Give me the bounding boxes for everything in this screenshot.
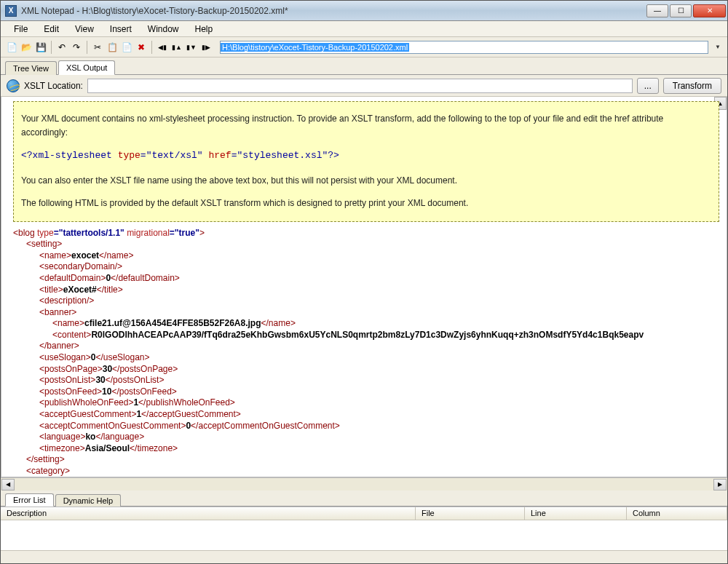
- close-button[interactable]: ✕: [693, 4, 726, 17]
- transform-button[interactable]: Transform: [663, 78, 721, 94]
- cut-icon[interactable]: ✂: [91, 41, 104, 54]
- open-file-icon[interactable]: 📂: [20, 41, 33, 54]
- bottom-tabs: Error List Dynamic Help: [1, 490, 727, 507]
- menubar: File Edit View Insert Window Help: [1, 21, 727, 37]
- menu-file[interactable]: File: [7, 23, 35, 36]
- tab-tree-view[interactable]: Tree View: [5, 61, 57, 75]
- col-file[interactable]: File: [416, 507, 525, 520]
- menu-insert[interactable]: Insert: [103, 23, 139, 36]
- xslt-location-input[interactable]: [87, 79, 633, 93]
- delete-icon[interactable]: ✖: [135, 41, 148, 54]
- tab-error-list[interactable]: Error List: [5, 493, 54, 507]
- col-description[interactable]: Description: [1, 507, 416, 520]
- browse-button[interactable]: ...: [637, 78, 659, 94]
- stylesheet-code: <?xml-stylesheet type="text/xsl" href="s…: [21, 148, 711, 164]
- window-title: XML Notepad - H:\Blog\tistory\eXocet-Tis…: [21, 6, 646, 16]
- tab-dynamic-help[interactable]: Dynamic Help: [55, 494, 121, 507]
- undo-icon[interactable]: ↶: [55, 41, 68, 54]
- new-file-icon[interactable]: 📄: [5, 41, 18, 54]
- minimize-button[interactable]: —: [646, 4, 668, 17]
- main-toolbar: 📄 📂 💾 ↶ ↷ ✂ 📋 📄 ✖ ◀▮ ▮▲ ▮▼ ▮▶ H:\Blog\ti…: [1, 37, 727, 57]
- ie-icon: [7, 79, 20, 92]
- nudge-up-icon[interactable]: ▮▲: [170, 41, 183, 54]
- copy-icon[interactable]: 📋: [106, 41, 119, 54]
- titlebar[interactable]: X XML Notepad - H:\Blog\tistory\eXocet-T…: [1, 1, 727, 21]
- col-line[interactable]: Line: [525, 507, 627, 520]
- tab-xsl-output[interactable]: XSL Output: [58, 60, 115, 75]
- nudge-right-icon[interactable]: ▮▶: [199, 41, 213, 54]
- menu-edit[interactable]: Edit: [36, 23, 66, 36]
- notice-text-2: You can also enter the XSLT file name us…: [21, 174, 711, 188]
- nudge-left-icon[interactable]: ◀▮: [156, 41, 169, 54]
- xslt-toolbar: XSLT Location: ... Transform: [1, 75, 727, 97]
- error-list-grid: Description File Line Column: [1, 507, 727, 550]
- horizontal-scrollbar[interactable]: ◀ ▶: [1, 477, 727, 490]
- redo-icon[interactable]: ↷: [70, 41, 83, 54]
- col-column[interactable]: Column: [627, 507, 727, 520]
- path-dropdown-icon[interactable]: ▼: [713, 41, 723, 54]
- scroll-right-icon[interactable]: ▶: [713, 479, 727, 490]
- path-value: H:\Blog\tistory\eXocet-Tistory-Backup-20…: [221, 43, 409, 52]
- maximize-button[interactable]: ☐: [670, 4, 692, 17]
- menu-help[interactable]: Help: [188, 23, 221, 36]
- paste-icon[interactable]: 📄: [120, 41, 133, 54]
- separator: [87, 41, 87, 54]
- statusbar: [1, 550, 727, 563]
- app-icon: X: [5, 5, 17, 17]
- separator: [51, 41, 52, 54]
- error-list-header: Description File Line Column: [1, 507, 727, 520]
- notice-box: Your XML document contains no xml-styles…: [13, 101, 719, 222]
- xslt-location-label: XSLT Location:: [24, 81, 83, 91]
- xml-pretty-print: <blog type="tattertools/1.1" migrational…: [13, 228, 719, 477]
- nudge-down-icon[interactable]: ▮▼: [185, 41, 198, 54]
- path-input[interactable]: H:\Blog\tistory\eXocet-Tistory-Backup-20…: [220, 41, 708, 54]
- menu-window[interactable]: Window: [141, 23, 186, 36]
- menu-view[interactable]: View: [68, 23, 101, 36]
- view-tabs: Tree View XSL Output: [1, 57, 727, 75]
- separator: [151, 41, 152, 54]
- notice-text-1: Your XML document contains no xml-styles…: [21, 112, 711, 140]
- output-pane: ▲ Your XML document contains no xml-styl…: [1, 97, 727, 477]
- save-icon[interactable]: 💾: [34, 41, 47, 54]
- output-scroll[interactable]: Your XML document contains no xml-styles…: [1, 97, 727, 477]
- notice-text-3: The following HTML is provided by the de…: [21, 196, 711, 210]
- scroll-left-icon[interactable]: ◀: [1, 479, 15, 490]
